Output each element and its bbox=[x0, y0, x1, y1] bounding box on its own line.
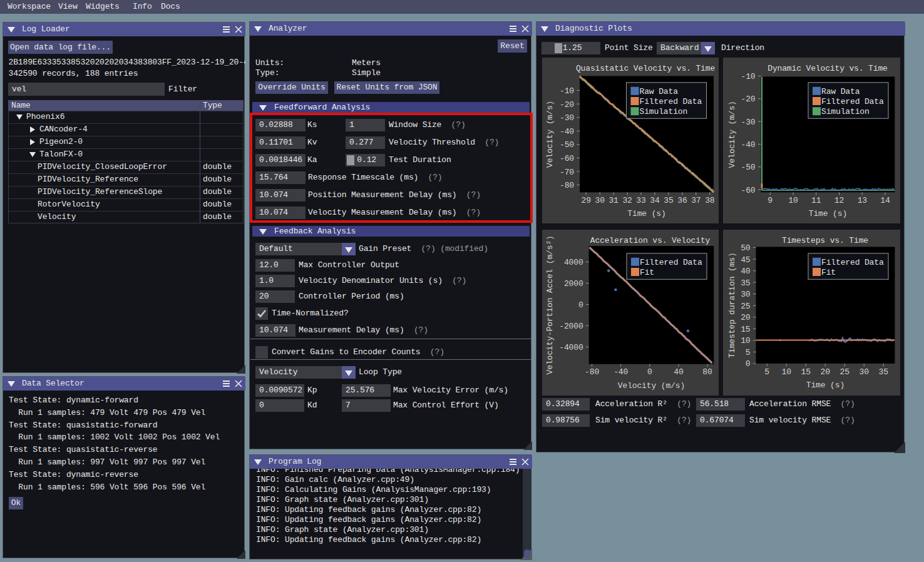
svg-text:20: 20 bbox=[741, 313, 750, 322]
svg-text:-50: -50 bbox=[741, 163, 756, 172]
svg-text:-30: -30 bbox=[560, 113, 574, 123]
svg-text:Raw Data: Raw Data bbox=[821, 87, 860, 96]
svg-text:4000: 4000 bbox=[564, 258, 583, 267]
svg-text:Timestep duration (ms): Timestep duration (ms) bbox=[727, 252, 737, 358]
svg-text:-60: -60 bbox=[560, 154, 574, 163]
svg-text:-4000: -4000 bbox=[559, 343, 583, 352]
svg-text:33: 33 bbox=[636, 196, 645, 205]
svg-text:40: 40 bbox=[741, 267, 750, 276]
svg-text:Timesteps vs. Time: Timesteps vs. Time bbox=[782, 236, 868, 245]
svg-text:34: 34 bbox=[650, 196, 660, 205]
svg-text:37: 37 bbox=[691, 196, 701, 205]
svg-text:10: 10 bbox=[782, 367, 791, 377]
svg-text:-40: -40 bbox=[613, 367, 628, 377]
svg-text:80: 80 bbox=[702, 367, 712, 377]
svg-text:Filtered Data: Filtered Data bbox=[821, 97, 884, 106]
svg-text:31: 31 bbox=[608, 196, 619, 205]
svg-text:-80: -80 bbox=[560, 181, 574, 190]
svg-text:Filtered Data: Filtered Data bbox=[821, 258, 884, 267]
svg-text:-80: -80 bbox=[585, 367, 599, 377]
svg-text:13: 13 bbox=[858, 196, 867, 205]
svg-text:2000: 2000 bbox=[564, 279, 583, 289]
svg-text:Quasistatic Velocity vs. Time: Quasistatic Velocity vs. Time bbox=[576, 64, 715, 73]
svg-text:35: 35 bbox=[741, 278, 750, 288]
svg-text:-10: -10 bbox=[560, 86, 574, 96]
svg-text:5: 5 bbox=[746, 348, 751, 357]
svg-text:5: 5 bbox=[764, 367, 769, 377]
svg-text:9: 9 bbox=[767, 196, 773, 205]
svg-text:10: 10 bbox=[741, 336, 750, 345]
svg-text:0: 0 bbox=[746, 359, 751, 369]
svg-text:Raw Data: Raw Data bbox=[640, 87, 679, 96]
svg-text:40: 40 bbox=[674, 367, 683, 377]
svg-text:30: 30 bbox=[595, 196, 605, 205]
svg-text:-20: -20 bbox=[560, 100, 574, 110]
svg-text:Time (s): Time (s) bbox=[627, 209, 665, 218]
svg-text:Fit: Fit bbox=[821, 268, 836, 277]
svg-text:0: 0 bbox=[578, 300, 583, 310]
svg-text:-40: -40 bbox=[741, 140, 756, 150]
svg-text:Dynamic Velocity vs. Time: Dynamic Velocity vs. Time bbox=[767, 64, 888, 73]
svg-text:Velocity (m/s): Velocity (m/s) bbox=[618, 381, 685, 391]
svg-text:12: 12 bbox=[834, 196, 844, 205]
svg-text:29: 29 bbox=[582, 196, 591, 205]
svg-text:-40: -40 bbox=[560, 127, 574, 136]
svg-text:20: 20 bbox=[821, 367, 830, 377]
svg-text:Simulation: Simulation bbox=[821, 107, 870, 116]
svg-text:35: 35 bbox=[664, 196, 673, 205]
svg-text:-60: -60 bbox=[741, 186, 756, 195]
svg-text:14: 14 bbox=[880, 196, 890, 205]
svg-text:-2000: -2000 bbox=[559, 322, 583, 331]
svg-text:38: 38 bbox=[705, 196, 714, 205]
svg-text:32: 32 bbox=[622, 196, 632, 205]
svg-text:Time (s): Time (s) bbox=[809, 209, 847, 218]
svg-text:Filtered Data: Filtered Data bbox=[640, 258, 702, 267]
svg-text:Velocity (m/s): Velocity (m/s) bbox=[545, 101, 555, 168]
svg-text:-70: -70 bbox=[560, 168, 574, 177]
svg-text:Fit: Fit bbox=[640, 268, 654, 277]
svg-text:Filtered Data: Filtered Data bbox=[640, 97, 702, 106]
svg-text:Velocity-Portion Accel (m/s²): Velocity-Portion Accel (m/s²) bbox=[545, 235, 555, 374]
svg-text:15: 15 bbox=[741, 325, 750, 334]
svg-text:45: 45 bbox=[741, 255, 750, 265]
svg-text:-20: -20 bbox=[741, 95, 756, 104]
svg-text:11: 11 bbox=[811, 196, 821, 205]
svg-text:10: 10 bbox=[788, 196, 798, 205]
svg-text:25: 25 bbox=[840, 367, 850, 377]
svg-text:-50: -50 bbox=[560, 140, 574, 150]
svg-text:Time (s): Time (s) bbox=[806, 381, 844, 390]
svg-text:-30: -30 bbox=[741, 118, 756, 127]
svg-text:Simulation: Simulation bbox=[640, 107, 688, 116]
svg-text:50: 50 bbox=[741, 243, 750, 253]
svg-text:36: 36 bbox=[677, 196, 687, 205]
svg-text:25: 25 bbox=[741, 302, 750, 311]
svg-text:-10: -10 bbox=[741, 72, 756, 81]
svg-text:Velocity (m/s): Velocity (m/s) bbox=[727, 101, 737, 168]
svg-text:Acceleration vs. Velocity: Acceleration vs. Velocity bbox=[590, 236, 711, 245]
svg-text:30: 30 bbox=[741, 290, 750, 299]
svg-text:0: 0 bbox=[647, 367, 652, 377]
svg-text:30: 30 bbox=[860, 367, 869, 377]
svg-text:15: 15 bbox=[801, 367, 811, 377]
svg-text:35: 35 bbox=[879, 367, 888, 377]
